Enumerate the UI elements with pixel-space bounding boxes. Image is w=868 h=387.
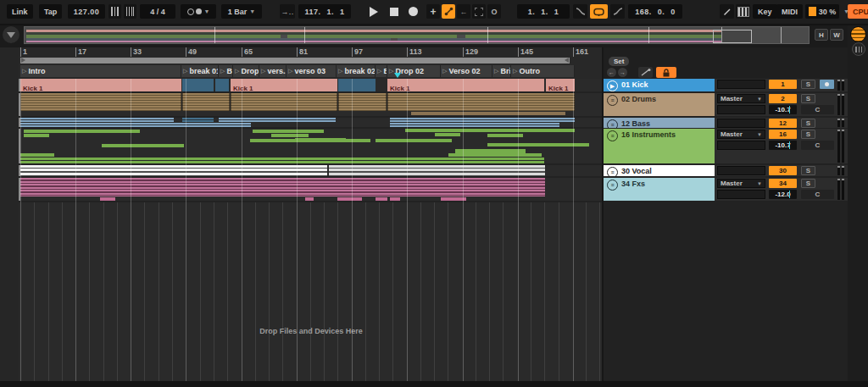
track-routing-box-secondary[interactable] (717, 190, 765, 199)
mixer-section-toggle-icon[interactable] (850, 26, 866, 42)
track-volume-field[interactable]: -12.0 (769, 190, 797, 199)
quantization-menu[interactable]: 1 Bar▼ (221, 4, 262, 19)
groove-nudge-up-icon[interactable] (124, 4, 136, 19)
clip-teal[interactable] (338, 79, 376, 91)
clip-pink[interactable]: Kick 1 (387, 79, 544, 91)
punch-in-icon[interactable] (573, 4, 587, 19)
track-fold-icon[interactable]: ≡ (607, 130, 618, 141)
cpu-load-meter[interactable]: 30 % (805, 4, 839, 19)
track-number-box[interactable]: 16 (769, 130, 797, 139)
overdub-plus-icon[interactable]: + (426, 4, 440, 19)
locator-outro[interactable]: ▷Outro (511, 65, 575, 77)
clip-green[interactable] (487, 143, 589, 147)
track-fold-icon[interactable]: ≡ (607, 95, 618, 106)
loop-length-field[interactable]: 168. 0. 0 (628, 4, 682, 19)
overview-view-box[interactable] (713, 30, 752, 43)
clip-green[interactable] (435, 133, 460, 136)
locator-brid-[interactable]: ▷Brid.. (492, 65, 511, 77)
locator-intro[interactable]: ▷Intro (20, 65, 181, 77)
clip-bass[interactable] (390, 118, 575, 122)
optimize-width-button[interactable]: W (830, 29, 843, 41)
tempo-field[interactable]: 127.00 (68, 4, 105, 19)
stop-button[interactable] (387, 4, 402, 19)
previous-locator-button[interactable]: ← (607, 68, 616, 77)
groove-nudge-down-icon[interactable] (108, 4, 121, 19)
time-signature-field[interactable]: 4 / 4 (140, 4, 175, 19)
link-button[interactable]: Link (7, 4, 33, 19)
clip-drums[interactable] (231, 93, 337, 111)
draw-mode-pencil-icon[interactable] (720, 4, 734, 19)
track-header[interactable]: ▶01 Kick (604, 79, 715, 91)
locator-break-01[interactable]: ▷break 01 (181, 65, 219, 77)
clip-green[interactable] (20, 158, 544, 160)
track-volume-field[interactable]: -10.7 (769, 105, 797, 114)
clip-green[interactable] (405, 129, 575, 132)
locator-verso-02[interactable]: ▷Verso 02 (441, 65, 492, 77)
expand-icon[interactable] (472, 4, 486, 19)
clip-bass[interactable] (219, 118, 336, 122)
clip-pink[interactable]: Kick 1 (231, 79, 337, 91)
track-number-box[interactable]: 30 (769, 166, 797, 175)
track-fold-icon[interactable]: ≡ (607, 167, 618, 178)
clip-drums[interactable] (20, 93, 181, 111)
clip-fxssub[interactable] (376, 197, 387, 201)
lock-envelopes-icon[interactable] (656, 67, 676, 78)
clip-drums[interactable] (182, 93, 230, 111)
clip-green[interactable] (20, 153, 54, 157)
track-solo-button[interactable]: S (801, 80, 815, 89)
clip-green[interactable] (253, 130, 324, 133)
loop-region-bar[interactable] (20, 58, 570, 64)
clip-bass[interactable] (390, 123, 559, 127)
clip-bassd[interactable] (182, 118, 214, 122)
clip-white[interactable] (20, 165, 327, 176)
midi-map-button[interactable]: MIDI (776, 4, 803, 19)
clip-fxssub[interactable] (305, 197, 314, 201)
io-section-toggle-icon[interactable] (852, 42, 865, 56)
arrangement-position-field[interactable]: 117. 1. 1 (298, 4, 351, 19)
track-routing-box-secondary[interactable] (717, 105, 765, 114)
clip-drums[interactable] (387, 93, 575, 111)
track-solo-button[interactable]: S (801, 130, 815, 139)
back-to-arrangement-button[interactable] (3, 26, 19, 43)
capture-midi-icon[interactable]: O (487, 4, 501, 19)
clip-fxssub[interactable] (337, 197, 362, 201)
locator-b[interactable]: ▷B (376, 65, 387, 77)
automation-arm-icon[interactable] (442, 4, 455, 19)
locator-b[interactable]: ▷B (219, 65, 233, 77)
clip-drums[interactable] (338, 93, 387, 111)
track-header[interactable]: ≡02 Drums (604, 93, 715, 116)
clip-bass[interactable] (20, 123, 251, 127)
clip-green[interactable] (20, 161, 544, 163)
set-locator-button[interactable]: Set (609, 57, 629, 66)
clip-green[interactable] (24, 130, 140, 133)
track-routing-box[interactable]: Master▼ (717, 94, 765, 103)
record-button[interactable] (405, 4, 420, 19)
clip-fxs[interactable] (20, 178, 545, 196)
track-number-box[interactable]: 1 (769, 80, 797, 89)
track-header[interactable]: ≡34 Fxs (604, 178, 715, 201)
track-solo-button[interactable]: S (801, 166, 815, 175)
clip-fxssub[interactable] (390, 197, 400, 201)
track-volume-field[interactable]: -10.7 (769, 141, 797, 150)
clip-fxssub[interactable] (100, 197, 115, 201)
metronome-button[interactable]: ▼ (181, 4, 216, 19)
clip-bass[interactable] (20, 118, 174, 122)
track-pan-field[interactable]: C (801, 141, 834, 150)
punch-out-icon[interactable] (610, 4, 625, 19)
arrangement-overview[interactable] (24, 26, 810, 44)
clip-drumsolid[interactable] (411, 112, 565, 115)
play-button[interactable] (364, 4, 383, 19)
locator-verso-03[interactable]: ▷verso 03 (287, 65, 337, 77)
key-map-button[interactable]: Key (753, 4, 777, 19)
clip-pink[interactable]: Kick 1 (546, 79, 575, 91)
track-pan-field[interactable]: C (801, 105, 834, 114)
arrangement-clip-area[interactable]: Drop Files and Devices Here Kick 1Kick 1… (19, 79, 604, 381)
clip-teal[interactable] (182, 79, 214, 91)
track-number-box[interactable]: 2 (769, 94, 797, 103)
track-routing-box[interactable] (717, 166, 765, 175)
track-fold-icon[interactable]: ≡ (607, 180, 618, 191)
clip-green[interactable] (271, 134, 309, 137)
automation-mode-icon[interactable] (638, 67, 653, 78)
follow-button[interactable]: →‥ (280, 4, 295, 19)
loop-start-field[interactable]: 1. 1. 1 (517, 4, 570, 19)
